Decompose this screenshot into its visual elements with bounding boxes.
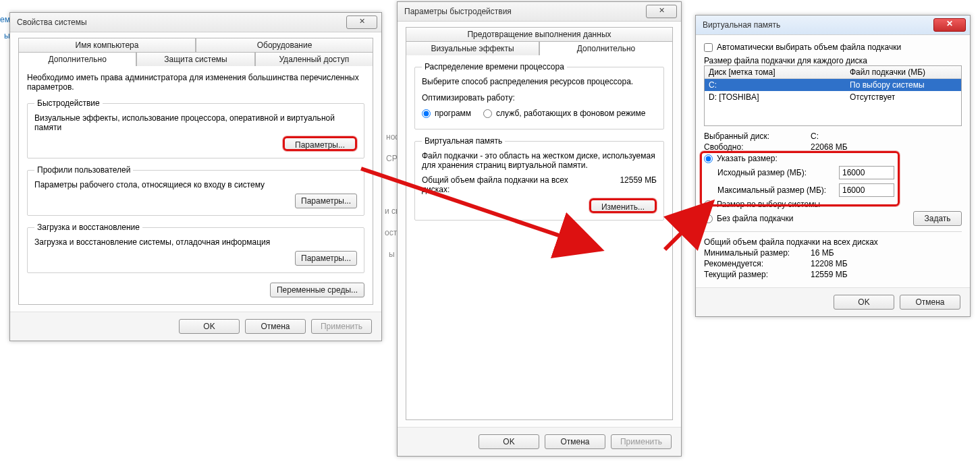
- close-button[interactable]: ✕: [646, 5, 677, 18]
- user-profiles-group: Профили пользователей Параметры рабочего…: [27, 165, 364, 216]
- drive-row-d-name: D: [TOSHIBA]: [705, 91, 846, 103]
- processor-scheduling-group: Распределение времени процессора Выберит…: [414, 62, 664, 129]
- radio-no-paging-file-input[interactable]: [704, 214, 713, 223]
- user-profiles-text: Параметры рабочего стола, относящиеся ко…: [34, 180, 357, 190]
- tab-hardware[interactable]: Оборудование: [196, 38, 373, 52]
- cancel-button[interactable]: Отмена: [245, 319, 306, 334]
- col-drive-header: Диск [метка тома]: [705, 66, 846, 79]
- min-size-label: Минимальный размер:: [704, 248, 805, 258]
- close-button[interactable]: ✕: [933, 18, 966, 32]
- radio-custom-size-label: Указать размер:: [717, 154, 778, 163]
- total-paging-file-value: 12559 МБ: [620, 175, 657, 194]
- selected-drive-value: C:: [811, 132, 819, 141]
- virtual-memory-text: Файл подкачки - это область на жестком д…: [422, 151, 657, 170]
- cancel-button[interactable]: Отмена: [900, 295, 960, 310]
- initial-size-input[interactable]: [839, 166, 894, 179]
- tab-visual-effects[interactable]: Визуальные эффекты: [406, 41, 539, 55]
- radio-programs-label: программ: [435, 109, 471, 118]
- titlebar[interactable]: Свойства системы ✕: [10, 13, 381, 32]
- startup-recovery-legend: Загрузка и восстановление: [34, 223, 142, 232]
- window-title: Виртуальная память: [703, 20, 780, 30]
- environment-variables-button[interactable]: Переменные среды...: [270, 283, 364, 297]
- titlebar[interactable]: Виртуальная память ✕: [696, 16, 970, 35]
- startup-recovery-settings-button[interactable]: Параметры...: [295, 251, 357, 266]
- apply-button[interactable]: Применить: [311, 319, 372, 334]
- radio-background-services[interactable]: служб, работающих в фоновом режиме: [483, 109, 645, 118]
- bg-text: ем: [0, 15, 10, 24]
- radio-custom-size[interactable]: Указать размер:: [704, 154, 962, 163]
- drive-row-c-value: По выбору системы: [846, 79, 961, 92]
- recommended-size-label: Рекомендуется:: [704, 259, 805, 268]
- total-paging-file-label: Общий объем файла подкачки на всех диска…: [422, 175, 584, 194]
- maximum-size-input[interactable]: [839, 183, 894, 197]
- selected-drive-label: Выбранный диск:: [704, 132, 805, 141]
- set-button[interactable]: Задать: [913, 211, 962, 226]
- performance-text: Визуальные эффекты, использование процес…: [34, 113, 357, 132]
- performance-options-dialog: Параметры быстродействия ✕ Предотвращени…: [397, 1, 682, 457]
- tab-dep[interactable]: Предотвращение выполнения данных: [406, 27, 673, 41]
- startup-recovery-group: Загрузка и восстановление Загрузка и вос…: [27, 223, 364, 273]
- change-virtual-memory-button[interactable]: Изменить...: [589, 198, 657, 213]
- ok-button[interactable]: OK: [834, 295, 894, 310]
- system-properties-dialog: Свойства системы ✕ Имя компьютера Оборуд…: [9, 12, 382, 341]
- performance-group: Быстродействие Визуальные эффекты, испол…: [27, 98, 364, 158]
- window-title: Свойства системы: [17, 18, 87, 27]
- close-button[interactable]: ✕: [346, 16, 377, 29]
- window-title: Параметры быстродействия: [404, 7, 512, 16]
- free-space-label: Свободно:: [704, 142, 805, 152]
- current-size-value: 12559 МБ: [811, 270, 848, 279]
- maximum-size-label: Максимальный размер (МБ):: [717, 185, 839, 195]
- processor-scheduling-legend: Распределение времени процессора: [422, 62, 567, 71]
- performance-settings-button[interactable]: Параметры...: [283, 136, 357, 151]
- radio-no-paging-file[interactable]: Без файла подкачки: [704, 214, 793, 223]
- radio-system-managed-label: Размер по выбору системы: [717, 200, 820, 209]
- col-paging-header: Файл подкачки (МБ): [846, 66, 961, 79]
- recommended-size-value: 12208 МБ: [811, 259, 848, 268]
- drive-list[interactable]: Диск [метка тома] Файл подкачки (МБ) C: …: [704, 65, 962, 126]
- radio-background-services-label: служб, работающих в фоновом режиме: [496, 109, 645, 118]
- radio-background-services-input[interactable]: [483, 109, 492, 118]
- radio-programs-input[interactable]: [422, 109, 431, 118]
- optimize-label: Оптимизировать работу:: [422, 93, 657, 103]
- cancel-button[interactable]: Отмена: [545, 434, 605, 449]
- free-space-value: 22068 МБ: [811, 142, 848, 152]
- drive-list-caption: Размер файла подкачки для каждого диска: [704, 56, 962, 65]
- totals-caption: Общий объем файла подкачки на всех диска…: [704, 237, 962, 247]
- auto-manage-checkbox[interactable]: Автоматически выбирать объем файла подка…: [704, 42, 962, 52]
- processor-scheduling-text: Выберите способ распределения ресурсов п…: [422, 77, 657, 86]
- user-profiles-legend: Профили пользователей: [34, 165, 133, 175]
- tab-advanced[interactable]: Дополнительно: [539, 41, 673, 55]
- admin-note-text: Необходимо иметь права администратора дл…: [27, 73, 364, 92]
- tab-advanced[interactable]: Дополнительно: [18, 52, 136, 66]
- current-size-label: Текущий размер:: [704, 270, 805, 279]
- bg-text: ы: [389, 250, 395, 259]
- drive-row-c[interactable]: C: По выбору системы: [705, 79, 961, 92]
- ok-button[interactable]: OK: [479, 434, 539, 449]
- ok-button[interactable]: OK: [179, 319, 240, 334]
- startup-recovery-text: Загрузка и восстановление системы, отлад…: [34, 237, 357, 247]
- tab-computer-name[interactable]: Имя компьютера: [18, 38, 196, 52]
- performance-legend: Быстродействие: [34, 98, 103, 108]
- apply-button[interactable]: Применить: [611, 434, 672, 449]
- drive-row-c-name: C:: [705, 79, 846, 92]
- radio-custom-size-input[interactable]: [704, 154, 713, 163]
- bg-text: ост: [385, 228, 397, 237]
- min-size-value: 16 МБ: [811, 248, 834, 258]
- virtual-memory-dialog: Виртуальная память ✕ Автоматически выбир…: [695, 15, 971, 317]
- drive-row-d-value: Отсутствует: [846, 91, 961, 103]
- virtual-memory-legend: Виртуальная память: [422, 136, 505, 146]
- drive-row-d[interactable]: D: [TOSHIBA] Отсутствует: [705, 91, 961, 103]
- tab-remote-access[interactable]: Удаленный доступ: [255, 52, 373, 66]
- initial-size-label: Исходный размер (МБ):: [717, 168, 839, 177]
- radio-no-paging-file-label: Без файла подкачки: [717, 214, 793, 223]
- titlebar[interactable]: Параметры быстродействия ✕: [398, 2, 681, 22]
- radio-system-managed[interactable]: Размер по выбору системы: [704, 200, 962, 209]
- radio-programs[interactable]: программ: [422, 109, 471, 118]
- virtual-memory-group: Виртуальная память Файл подкачки - это о…: [414, 136, 664, 221]
- radio-system-managed-input[interactable]: [704, 200, 713, 209]
- auto-manage-checkbox-label: Автоматически выбирать объем файла подка…: [717, 42, 901, 52]
- tab-system-protection[interactable]: Защита системы: [136, 52, 254, 66]
- auto-manage-checkbox-input[interactable]: [704, 43, 713, 52]
- user-profiles-settings-button[interactable]: Параметры...: [295, 194, 357, 208]
